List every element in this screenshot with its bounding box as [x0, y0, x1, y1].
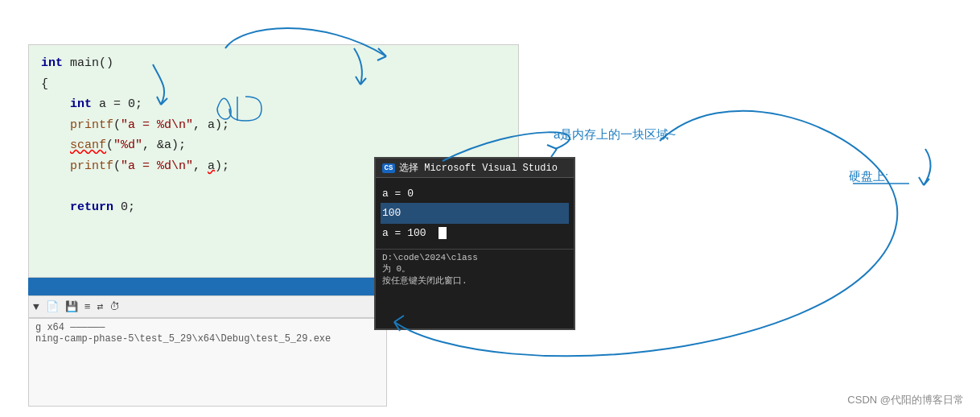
vs-footer-2: 为 0。 — [382, 262, 567, 275]
save-icon[interactable]: 💾 — [65, 300, 78, 313]
page-icon: 📄 — [46, 300, 59, 313]
toolbar-icons-row[interactable]: ▼ 📄 💾 ≡ ⇄ ⏱ — [28, 295, 387, 318]
vs-popup: CS 选择 Microsoft Visual Studio a = 0 100 … — [374, 157, 575, 330]
code-line-1: int main() — [41, 53, 506, 74]
vs-output-line3: a = 100 — [382, 224, 567, 242]
output-line-2: ning-camp-phase-5\test_5_29\x64\Debug\te… — [35, 333, 380, 345]
code-line-5: scanf("%d", &a); — [41, 135, 506, 156]
code-line-3: int a = 0; — [41, 94, 506, 115]
clock-icon[interactable]: ⏱ — [109, 301, 120, 313]
vs-popup-title-text: 选择 Microsoft Visual Studio — [399, 161, 558, 175]
dropdown-icon[interactable]: ▼ — [33, 301, 39, 313]
vs-popup-title: CS 选择 Microsoft Visual Studio — [376, 159, 574, 178]
keyword-int: int — [41, 56, 63, 70]
arrow-icon[interactable]: ⇄ — [97, 300, 104, 313]
vs-popup-body: a = 0 100 a = 100 — [376, 178, 574, 249]
vs-output-line2-highlight: 100 — [381, 203, 569, 223]
output-line-1: g x64 —————— — [35, 322, 380, 333]
output-area: g x64 —————— ning-camp-phase-5\test_5_29… — [28, 318, 387, 407]
vs-output-line1: a = 0 — [382, 184, 567, 203]
vs-footer-3: 按任意键关闭此窗口. — [382, 275, 567, 287]
csdn-watermark: CSDN @代阳的博客日常 — [847, 393, 964, 407]
memory-label: a是内存上的一块区域~ — [554, 127, 676, 142]
code-line-2: { — [41, 74, 506, 95]
vs-popup-footer: D:\code\2024\class 为 0。 按任意键关闭此窗口. — [376, 249, 574, 290]
code-line-4: printf("a = %d\n", a); — [41, 115, 506, 136]
code-main: main() — [70, 56, 113, 70]
blue-toolbar-strip — [28, 278, 387, 295]
disk-label: 硬盘上: — [849, 169, 888, 184]
vs-footer-1: D:\code\2024\class — [382, 253, 567, 262]
cursor — [439, 227, 447, 239]
vs-icon: CS — [382, 163, 395, 173]
list-icon[interactable]: ≡ — [84, 301, 91, 313]
